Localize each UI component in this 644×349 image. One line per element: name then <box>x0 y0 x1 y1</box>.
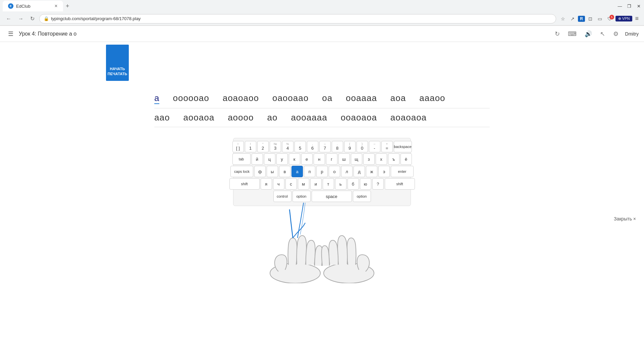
browser-menu-button[interactable]: ≡ <box>634 14 640 23</box>
key-6[interactable]: , 6 <box>307 141 318 152</box>
hands-illustration <box>233 203 411 283</box>
key-щ[interactable]: щ <box>351 153 362 165</box>
url-text: typingclub.com/sportal/program-68/17078.… <box>51 16 141 21</box>
key-г[interactable]: г <box>326 153 337 165</box>
key-в[interactable]: в <box>279 166 290 177</box>
key-х[interactable]: х <box>376 153 387 165</box>
key-к[interactable]: к <box>289 153 300 165</box>
key-bracket[interactable]: ! [ ] <box>232 141 244 152</box>
bookmark-manager-button[interactable]: ⊡ <box>586 15 594 23</box>
key-ё[interactable]: ё <box>400 153 412 165</box>
keyboard-row-space: control option space option <box>236 191 408 202</box>
key-1[interactable]: ! 1 <box>245 141 256 152</box>
key-backspace[interactable]: backspace <box>394 141 412 152</box>
start-typing-button[interactable]: НАЧАТЬ ПЕЧАТАТЬ <box>106 45 129 81</box>
word-ooooooao: оооооао <box>173 93 209 103</box>
key-9[interactable]: ( 9 <box>344 141 356 152</box>
key-2[interactable]: " 2 <box>257 141 269 152</box>
key-е[interactable]: е <box>301 153 313 165</box>
key-7[interactable]: – 7 <box>319 141 331 152</box>
key-ь[interactable]: ь <box>335 178 346 190</box>
key-ш[interactable]: ш <box>338 153 350 165</box>
key-ы[interactable]: ы <box>267 166 278 177</box>
keyboard: ! [ ] ! 1 " 2 № 3 % 4 <box>233 138 411 206</box>
audio-button[interactable]: 🔊 <box>583 29 593 39</box>
app-bar: ☰ Урок 4: Повторение а о ↻ ⌨ 🔊 ↖ ⚙ Dmitr… <box>0 26 644 42</box>
key-и[interactable]: и <box>310 178 322 190</box>
key-enter[interactable]: enter <box>391 166 414 177</box>
key-ч[interactable]: ч <box>273 178 284 190</box>
key-л[interactable]: л <box>341 166 353 177</box>
window-minimize-button[interactable]: — <box>617 3 623 9</box>
close-hint[interactable]: Закрыть × <box>614 216 636 221</box>
extension-r-button[interactable]: R <box>578 16 585 22</box>
share-button[interactable]: ↗ <box>569 15 577 23</box>
key-5[interactable]: : 5 <box>294 141 306 152</box>
key-space[interactable]: space <box>312 191 352 202</box>
key-д[interactable]: д <box>354 166 365 177</box>
key-й[interactable]: й <box>252 153 263 165</box>
key-я[interactable]: я <box>261 178 272 190</box>
key-ъ[interactable]: ъ <box>388 153 399 165</box>
left-hand <box>270 209 322 283</box>
typing-line-2: ааo аооаоа аоооо аo аооааaа ооаоаоа аоао… <box>154 108 490 127</box>
key-lctrl[interactable]: control <box>273 191 291 202</box>
word-aoooo: аоооо <box>228 112 254 123</box>
key-lshift[interactable]: shift <box>229 178 260 190</box>
nav-right-icons: ☆ ↗ R ⊡ ▭ 🛡 5 ⊕ VPN ≡ <box>559 14 640 23</box>
key-rshift[interactable]: shift <box>385 178 415 190</box>
key-у[interactable]: у <box>276 153 288 165</box>
keyboard-row-numbers: ! [ ] ! 1 " 2 № 3 % 4 <box>236 141 408 152</box>
tab-close-button[interactable]: ✕ <box>54 4 58 8</box>
keyboard-button[interactable]: ⌨ <box>567 29 578 39</box>
vpn-button[interactable]: ⊕ VPN <box>615 16 633 21</box>
key-н[interactable]: н <box>314 153 325 165</box>
word-oa: оа <box>322 93 332 103</box>
window-restore-button[interactable]: ❐ <box>627 3 632 9</box>
forward-button[interactable]: → <box>16 14 25 23</box>
key-minus[interactable]: – - <box>369 141 380 152</box>
keyboard-row-home: caps lock ф ы в а п р о л д ж э enter <box>236 166 408 177</box>
windows-button[interactable]: ▭ <box>596 15 604 23</box>
key-question[interactable]: ? <box>372 178 384 190</box>
key-roption[interactable]: option <box>353 191 371 202</box>
active-tab[interactable]: E EdClub ✕ <box>3 1 63 11</box>
key-э[interactable]: э <box>378 166 390 177</box>
key-loption[interactable]: option <box>292 191 311 202</box>
key-о[interactable]: о <box>329 166 340 177</box>
key-з[interactable]: з <box>363 153 375 165</box>
shield-button[interactable]: 🛡 5 <box>605 15 614 23</box>
key-equal[interactable]: + = <box>381 141 393 152</box>
key-а[interactable]: а <box>291 166 303 177</box>
refresh-button[interactable]: ↻ <box>28 14 37 23</box>
settings-button[interactable]: ⚙ <box>612 29 620 39</box>
address-bar[interactable]: 🔒 typingclub.com/sportal/program-68/1707… <box>39 14 556 23</box>
key-м[interactable]: м <box>298 178 309 190</box>
key-р[interactable]: р <box>316 166 328 177</box>
key-ж[interactable]: ж <box>366 166 377 177</box>
back-button[interactable]: ← <box>4 14 13 23</box>
key-ф[interactable]: ф <box>254 166 266 177</box>
start-button-label: НАЧАТЬ ПЕЧАТАТЬ <box>108 66 127 76</box>
typing-area: a оооооао аоаоаоо оаооаао оа ооаааа аоа … <box>121 89 523 127</box>
key-8[interactable]: . 8 <box>332 141 343 152</box>
key-с[interactable]: с <box>285 178 297 190</box>
hamburger-menu-button[interactable]: ☰ <box>5 28 16 40</box>
new-tab-button[interactable]: + <box>63 1 72 11</box>
key-п[interactable]: п <box>304 166 315 177</box>
key-ю[interactable]: ю <box>360 178 371 190</box>
key-capslock[interactable]: caps lock <box>230 166 253 177</box>
key-tab[interactable]: tab <box>232 153 251 165</box>
key-ц[interactable]: ц <box>264 153 275 165</box>
key-4[interactable]: % 4 <box>282 141 293 152</box>
app-bar-right: ↻ ⌨ 🔊 ↖ ⚙ Dmitry <box>553 29 639 39</box>
key-б[interactable]: б <box>347 178 359 190</box>
app-refresh-button[interactable]: ↻ <box>553 29 561 39</box>
key-0[interactable]: ) 0 <box>357 141 368 152</box>
bookmark-button[interactable]: ☆ <box>559 15 567 23</box>
cursor-button[interactable]: ↖ <box>599 29 606 39</box>
word-aooaaaa: аооааaа <box>291 112 327 123</box>
key-т[interactable]: т <box>323 178 334 190</box>
window-close-button[interactable]: ✕ <box>636 3 641 9</box>
key-3[interactable]: № 3 <box>270 141 281 152</box>
